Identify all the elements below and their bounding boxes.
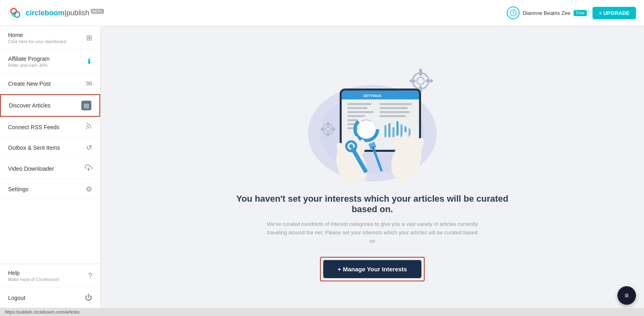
svg-rect-36 bbox=[380, 107, 408, 109]
svg-rect-45 bbox=[396, 121, 398, 137]
svg-rect-13 bbox=[410, 80, 415, 83]
home-icon: ⊞ bbox=[86, 33, 92, 42]
free-badge: Free bbox=[574, 10, 587, 16]
sidebar: Home Click here for your dashboard ⊞ Aff… bbox=[0, 26, 101, 308]
sidebar-logout-title: Logout bbox=[8, 295, 25, 301]
svg-rect-21 bbox=[321, 128, 325, 130]
logo-icon bbox=[8, 6, 23, 20]
beta-badge: BETA bbox=[91, 9, 104, 14]
svg-rect-19 bbox=[327, 122, 329, 126]
user-avatar bbox=[507, 6, 520, 19]
app-name: circleboom|publishBETA bbox=[26, 9, 104, 17]
main-subtitle: We've curated hundreds of interest categ… bbox=[264, 220, 481, 245]
sidebar-help-subtitle: Make most of Circleboom! bbox=[8, 277, 60, 282]
sidebar-rss-title: Connect RSS Feeds bbox=[8, 124, 60, 130]
content-container: SETTINGS bbox=[231, 53, 513, 281]
svg-point-10 bbox=[417, 77, 424, 85]
svg-rect-37 bbox=[380, 111, 410, 113]
sidebar-bottom: Help Make most of Circleboom! ? Logout ⏻ bbox=[0, 264, 100, 308]
sidebar-video-title: Video Downloader bbox=[8, 165, 54, 172]
user-name: Diannne Beatrix Zee bbox=[523, 10, 571, 16]
logo-area: circleboom|publishBETA bbox=[8, 6, 104, 20]
sidebar-create-post-title: Create New Post bbox=[8, 81, 51, 87]
sidebar-item-home[interactable]: Home Click here for your dashboard ⊞ bbox=[0, 26, 100, 50]
svg-rect-22 bbox=[331, 128, 335, 130]
help-icon: ? bbox=[88, 272, 92, 280]
svg-rect-29 bbox=[347, 107, 367, 109]
sidebar-item-video-downloader[interactable]: Video Downloader bbox=[0, 158, 100, 179]
svg-rect-43 bbox=[388, 123, 390, 137]
sidebar-home-subtitle: Click here for your dashboard bbox=[8, 39, 66, 44]
svg-point-5 bbox=[86, 128, 87, 129]
sidebar-settings-title: Settings bbox=[8, 186, 29, 192]
sidebar-item-connect-rss[interactable]: Connect RSS Feeds bbox=[0, 117, 100, 138]
sidebar-help-title: Help bbox=[8, 270, 60, 276]
status-url: https://publish.circleboom.com/articles bbox=[5, 310, 80, 314]
rss-icon bbox=[85, 122, 92, 132]
svg-rect-28 bbox=[347, 103, 372, 105]
user-info: Diannne Beatrix Zee Free bbox=[507, 6, 587, 19]
svg-rect-30 bbox=[347, 111, 374, 113]
settings-icon: ⚙ bbox=[86, 185, 92, 194]
discover-articles-icon: ▤ bbox=[81, 101, 91, 110]
sidebar-item-discover-articles[interactable]: Discover Articles ▤ bbox=[0, 94, 100, 117]
sidebar-item-logout[interactable]: Logout ⏻ bbox=[0, 288, 100, 308]
svg-rect-42 bbox=[384, 125, 386, 137]
status-bar: https://publish.circleboom.com/articles bbox=[0, 308, 644, 316]
sidebar-affiliate-title: Affiliate Program bbox=[8, 56, 50, 62]
video-download-icon bbox=[85, 164, 92, 173]
sidebar-item-create-post[interactable]: Create New Post ✉ bbox=[0, 74, 100, 94]
fab-button[interactable]: ≡ bbox=[617, 286, 636, 305]
main-title: You haven't set your interests which you… bbox=[231, 194, 513, 215]
svg-rect-35 bbox=[380, 103, 412, 105]
create-post-icon: ✉ bbox=[86, 79, 92, 88]
svg-rect-20 bbox=[327, 133, 329, 137]
outbox-icon: ↺ bbox=[86, 143, 92, 152]
sidebar-discover-title: Discover Articles bbox=[9, 102, 50, 109]
fab-icon: ≡ bbox=[625, 291, 629, 300]
svg-point-41 bbox=[357, 120, 375, 138]
header-right: Diannne Beatrix Zee Free + UPGRADE bbox=[507, 6, 636, 19]
header: circleboom|publishBETA Diannne Beatrix Z… bbox=[0, 0, 644, 26]
manage-interests-button[interactable]: + Manage Your Interests bbox=[323, 260, 421, 278]
main-content: SETTINGS bbox=[101, 26, 644, 308]
svg-rect-38 bbox=[380, 115, 406, 117]
illustration: SETTINGS bbox=[288, 53, 457, 182]
sidebar-item-affiliate[interactable]: Affiliate Program Refer and earn 30% ⬇ bbox=[0, 50, 100, 74]
sidebar-item-help[interactable]: Help Make most of Circleboom! ? bbox=[0, 264, 100, 288]
sidebar-item-outbox[interactable]: Outbox & Sent Items ↺ bbox=[0, 138, 100, 158]
layout: Home Click here for your dashboard ⊞ Aff… bbox=[0, 26, 644, 308]
affiliate-icon: ⬇ bbox=[86, 57, 92, 66]
svg-rect-44 bbox=[392, 127, 394, 137]
logout-icon: ⏻ bbox=[85, 293, 92, 302]
sidebar-item-settings[interactable]: Settings ⚙ bbox=[0, 179, 100, 200]
upgrade-button[interactable]: + UPGRADE bbox=[592, 7, 636, 19]
manage-btn-wrapper: + Manage Your Interests bbox=[320, 257, 425, 281]
sidebar-home-title: Home bbox=[8, 32, 66, 38]
sidebar-affiliate-subtitle: Refer and earn 30% bbox=[8, 63, 50, 68]
svg-text:SETTINGS: SETTINGS bbox=[363, 94, 381, 98]
sidebar-outbox-title: Outbox & Sent Items bbox=[8, 145, 60, 151]
